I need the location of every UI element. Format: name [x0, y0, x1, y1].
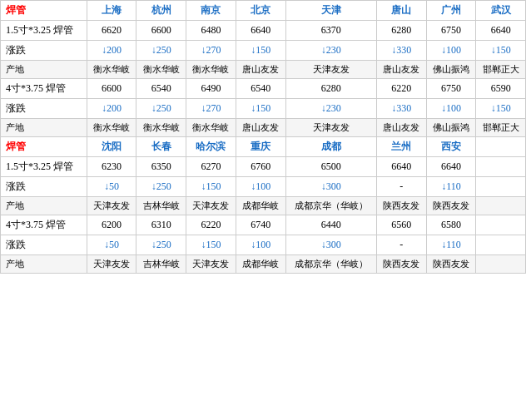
- product-label-1: 1.5寸*3.25 焊管: [1, 21, 87, 41]
- origin-bj-1: 唐山友发: [236, 61, 285, 79]
- price-table: 焊管 上海 杭州 南京 北京 天津 唐山 广州 武汉 1.5寸*3.25 焊管 …: [0, 0, 526, 274]
- city-tianjin: 天津: [285, 1, 376, 21]
- price-tj-2: 6280: [285, 79, 376, 99]
- origin-da-1: 邯郸正大: [476, 61, 526, 79]
- price-cq-4: 6740: [236, 215, 285, 235]
- product-label-3: 1.5寸*3.25 焊管: [1, 157, 87, 177]
- price-xa-4: 6580: [426, 215, 476, 235]
- origin-sh-2: 衡水华岐: [87, 119, 136, 137]
- origin-label-2: 产地: [1, 119, 87, 137]
- price-sh-1: 6620: [87, 21, 136, 41]
- change-lz-3: -: [376, 177, 426, 197]
- price-cq-3: 6760: [236, 157, 285, 177]
- change-wh-2: ↓150: [476, 99, 526, 119]
- origin-row-3: 产地 天津友发 吉林华岐 天津友发 成都华岐 成都京华（华岐） 陕西友发 陕西友…: [1, 197, 526, 215]
- change-sy-4: ↓50: [87, 235, 136, 255]
- change-cq-4: ↓100: [236, 235, 285, 255]
- change-xa-4: ↓110: [426, 235, 476, 255]
- price-sh-2: 6600: [87, 79, 136, 99]
- change-tj-1: ↓230: [285, 41, 376, 61]
- change-row-1: 涨跌 ↓200 ↓250 ↓270 ↓150 ↓230 ↓330 ↓100 ↓1…: [1, 41, 526, 61]
- change-sh-2: ↓200: [87, 99, 136, 119]
- change-bj-1: ↓150: [236, 41, 285, 61]
- header-row-1: 焊管 上海 杭州 南京 北京 天津 唐山 广州 武汉: [1, 1, 526, 21]
- change-sy-3: ↓50: [87, 177, 136, 197]
- price-gz-1: 6750: [426, 21, 476, 41]
- price-bj-2: 6540: [236, 79, 285, 99]
- price-xa-3: 6640: [426, 157, 476, 177]
- origin-lz-4: 陕西友发: [376, 255, 426, 274]
- city-harbin: 哈尔滨: [186, 137, 236, 157]
- change-bj-2: ↓150: [236, 99, 285, 119]
- origin-empty-4: [476, 255, 526, 274]
- change-cc-3: ↓250: [136, 177, 186, 197]
- origin-hz-2: 衡水华岐: [136, 119, 186, 137]
- change-gz-1: ↓100: [426, 41, 476, 61]
- change-cq-3: ↓100: [236, 177, 285, 197]
- origin-tj-2: 天津友发: [285, 119, 376, 137]
- city-changchun: 长春: [136, 137, 186, 157]
- product-row-4: 4寸*3.75 焊管 6200 6310 6220 6740 6440 6560…: [1, 215, 526, 235]
- origin-cq-4: 成都华岐: [236, 255, 285, 274]
- change-hb-3: ↓150: [186, 177, 236, 197]
- price-empty-4: [476, 215, 526, 235]
- origin-lz-3: 陕西友发: [376, 197, 426, 215]
- origin-ts-2: 唐山友发: [376, 119, 426, 137]
- origin-hb-3: 天津友发: [186, 197, 236, 215]
- change-label-3: 涨跌: [1, 177, 87, 197]
- price-hz-1: 6600: [136, 21, 186, 41]
- city-guangzhou: 广州: [426, 1, 476, 21]
- change-empty-4: [476, 235, 526, 255]
- origin-sh-1: 衡水华岐: [87, 61, 136, 79]
- product-label-4: 4寸*3.75 焊管: [1, 215, 87, 235]
- city-wuhan: 武汉: [476, 1, 526, 21]
- price-lz-4: 6560: [376, 215, 426, 235]
- city-tangshan: 唐山: [376, 1, 426, 21]
- city-chengdu: 成都: [285, 137, 376, 157]
- price-lz-3: 6640: [376, 157, 426, 177]
- origin-row-1: 产地 衡水华岐 衡水华岐 衡水华岐 唐山友发 天津友发 唐山友发 佛山振鸿 邯郸…: [1, 61, 526, 79]
- price-sy-3: 6230: [87, 157, 136, 177]
- change-hb-4: ↓150: [186, 235, 236, 255]
- origin-xa-3: 陕西友发: [426, 197, 476, 215]
- price-hb-4: 6220: [186, 215, 236, 235]
- change-gz-2: ↓100: [426, 99, 476, 119]
- origin-bj-2: 唐山友发: [236, 119, 285, 137]
- product-row-2: 4寸*3.75 焊管 6600 6540 6490 6540 6280 6220…: [1, 79, 526, 99]
- city-nanjing: 南京: [186, 1, 236, 21]
- origin-gz-1: 佛山振鸿: [426, 61, 476, 79]
- change-ts-2: ↓330: [376, 99, 426, 119]
- header-label-1: 焊管: [1, 1, 87, 21]
- price-hb-3: 6270: [186, 157, 236, 177]
- change-hz-1: ↓250: [136, 41, 186, 61]
- price-wh-1: 6640: [476, 21, 526, 41]
- change-label-1: 涨跌: [1, 41, 87, 61]
- origin-cd-3: 成都京华（华岐）: [285, 197, 376, 215]
- change-label-4: 涨跌: [1, 235, 87, 255]
- change-row-4: 涨跌 ↓50 ↓250 ↓150 ↓100 ↓300 - ↓110: [1, 235, 526, 255]
- origin-nj-2: 衡水华岐: [186, 119, 236, 137]
- product-label-2: 4寸*3.75 焊管: [1, 79, 87, 99]
- product-row-1: 1.5寸*3.25 焊管 6620 6600 6480 6640 6370 62…: [1, 21, 526, 41]
- city-hangzhou: 杭州: [136, 1, 186, 21]
- origin-cc-4: 吉林华岐: [136, 255, 186, 274]
- city-xian: 西安: [426, 137, 476, 157]
- city-shenyang: 沈阳: [87, 137, 136, 157]
- price-hz-2: 6540: [136, 79, 186, 99]
- price-gz-2: 6750: [426, 79, 476, 99]
- welded-pipe-label-2: 焊管: [6, 141, 26, 152]
- change-xa-3: ↓110: [426, 177, 476, 197]
- price-ts-2: 6220: [376, 79, 426, 99]
- price-empty-3: [476, 157, 526, 177]
- price-cc-4: 6310: [136, 215, 186, 235]
- origin-empty-3: [476, 197, 526, 215]
- header-label-2: 焊管: [1, 137, 87, 157]
- city-lanzhou: 兰州: [376, 137, 426, 157]
- header-row-2: 焊管 沈阳 长春 哈尔滨 重庆 成都 兰州 西安: [1, 137, 526, 157]
- change-tj-2: ↓230: [285, 99, 376, 119]
- change-lz-4: -: [376, 235, 426, 255]
- origin-hb-4: 天津友发: [186, 255, 236, 274]
- origin-tj-1: 天津友发: [285, 61, 376, 79]
- price-cd-4: 6440: [285, 215, 376, 235]
- change-cd-3: ↓300: [285, 177, 376, 197]
